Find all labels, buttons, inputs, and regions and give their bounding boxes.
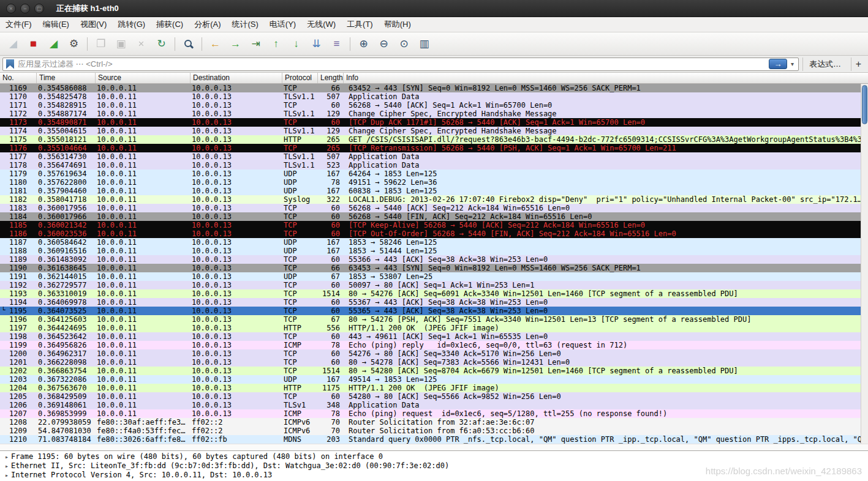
packet-row-1205[interactable]: 12050.36842950910.0.0.1110.0.0.13TCP6054… — [0, 392, 861, 401]
zoom-in-button[interactable]: ⊕ — [354, 35, 373, 53]
packet-row-1184[interactable]: 11840.36001796610.0.0.1110.0.0.13TCP6056… — [0, 212, 861, 221]
packet-row-1172[interactable]: 11720.35488717410.0.0.1110.0.0.13TLSv1.1… — [0, 110, 861, 118]
packet-row-1183[interactable]: 11830.36001795610.0.0.1110.0.0.13TCP6056… — [0, 204, 861, 212]
find-packet-button[interactable] — [179, 35, 198, 53]
packet-row-1208[interactable]: 120822.079938059fe80::30af:aeff:fe3…ff02… — [0, 418, 861, 427]
packet-row-1178[interactable]: 11780.35647469110.0.0.1110.0.0.13TLSv1.1… — [0, 161, 861, 170]
packet-row-1202[interactable]: 12020.36686375410.0.0.1110.0.0.13TCP1514… — [0, 367, 861, 375]
menu-capture[interactable]: 捕获(C) — [151, 17, 189, 32]
go-first-button[interactable]: ↑ — [266, 35, 285, 53]
packet-row-1180[interactable]: 11800.35762280010.0.0.1110.0.0.13UDP7849… — [0, 178, 861, 187]
menu-statistics[interactable]: 统计(S) — [226, 17, 263, 32]
expander-icon[interactable]: ▸ — [2, 461, 11, 471]
column-header-length[interactable]: Length — [318, 73, 344, 83]
save-file-icon: ▣ — [116, 39, 126, 49]
capture-options-button[interactable]: ⚙ — [64, 35, 83, 53]
filter-dropdown-caret-icon[interactable]: ▾ — [791, 61, 795, 67]
column-header-info[interactable]: Info — [344, 73, 868, 83]
packet-row-1210[interactable]: 121071.083748184fe80::3026:6aff:fe8…ff02… — [0, 435, 861, 444]
packet-row-1175[interactable]: 11750.35501812110.0.0.1110.0.0.13HTTP265… — [0, 135, 861, 144]
column-header-no[interactable]: No. — [0, 73, 37, 83]
detail-line-ip[interactable]: ▸Internet Protocol Version 4, Src: 10.0.… — [2, 471, 866, 480]
column-header-protocol[interactable]: Protocol — [282, 73, 318, 83]
auto-scroll-button[interactable]: ⇊ — [307, 35, 326, 53]
column-header-time[interactable]: Time — [37, 73, 96, 83]
packet-row-1199[interactable]: 11990.36495682610.0.0.1110.0.0.13ICMP78E… — [0, 341, 861, 349]
expander-icon[interactable]: ▸ — [2, 471, 11, 480]
packet-row-1171[interactable]: 11710.35482891510.0.0.1110.0.0.13TCP6056… — [0, 101, 861, 110]
menu-file[interactable]: 文件(F) — [0, 17, 37, 32]
go-to-packet-button[interactable]: ⇥ — [246, 35, 265, 53]
colorize-button[interactable]: ≡ — [327, 35, 346, 53]
filter-input[interactable] — [18, 59, 765, 69]
vertical-scrollbar[interactable] — [861, 84, 868, 444]
packet-row-1191[interactable]: 11910.36214401510.0.0.1110.0.0.13UDP6718… — [0, 272, 861, 281]
column-header-destination[interactable]: Destination — [191, 73, 282, 83]
filter-apply-button[interactable]: → — [769, 59, 787, 69]
source-cell: 10.0.0.11 — [96, 358, 191, 367]
expander-icon[interactable]: ▸ — [2, 452, 11, 461]
start-capture-button[interactable]: ◢ — [4, 35, 23, 53]
window-minimize-button[interactable]: − — [20, 4, 30, 13]
packet-row-1186[interactable]: 11860.36002353610.0.0.1110.0.0.13TCP60[T… — [0, 229, 861, 238]
go-forward-button[interactable]: → — [226, 35, 245, 53]
scrollbar-thumb[interactable] — [862, 85, 867, 124]
packet-row-1185[interactable]: 11850.36002134210.0.0.1110.0.0.13TCP60[T… — [0, 221, 861, 229]
window-close-button[interactable]: × — [6, 4, 16, 13]
packet-row-1209[interactable]: 120954.847081030fe80::f4a0:53ff:fec…ff02… — [0, 427, 861, 435]
add-filter-button[interactable]: + — [851, 58, 866, 71]
menu-tools[interactable]: 工具(T) — [341, 17, 379, 32]
menu-edit[interactable]: 编辑(E) — [37, 17, 75, 32]
packet-row-1206[interactable]: 12060.36914806110.0.0.1110.0.0.13TLSv134… — [0, 401, 861, 409]
packet-row-1194[interactable]: 11940.36406997810.0.0.1110.0.0.13TCP6055… — [0, 298, 861, 307]
packet-row-1198[interactable]: 11980.36452364210.0.0.1110.0.0.13TCP6044… — [0, 332, 861, 341]
packet-row-1203[interactable]: 12030.36732208610.0.0.1110.0.0.13UDP1674… — [0, 375, 861, 384]
packet-row-1174[interactable]: 11740.35500461510.0.0.1110.0.0.13TLSv1.1… — [0, 127, 861, 135]
restart-capture-button[interactable]: ◢ — [44, 35, 63, 53]
packet-row-1181[interactable]: 11810.35790446010.0.0.1110.0.0.13UDP1676… — [0, 187, 861, 195]
go-back-button[interactable]: ← — [206, 35, 225, 53]
resize-columns-button[interactable]: ▥ — [415, 35, 434, 53]
pane-splitter[interactable] — [0, 444, 868, 451]
menu-wireless[interactable]: 无线(W) — [301, 17, 341, 32]
window-maximize-button[interactable]: ▢ — [34, 4, 44, 13]
packet-row-1196[interactable]: 11960.36412560310.0.0.1110.0.0.13TCP6780… — [0, 315, 861, 324]
packet-row-1190[interactable]: 11900.36163864510.0.0.1110.0.0.13TCP6663… — [0, 264, 861, 272]
packet-row-1173[interactable]: 11730.35489087110.0.0.1110.0.0.13TCP60[T… — [0, 118, 861, 127]
zoom-out-button[interactable]: ⊖ — [374, 35, 393, 53]
packet-row-1177[interactable]: 11770.35631473010.0.0.1110.0.0.13TLSv1.1… — [0, 152, 861, 161]
detail-line-frame[interactable]: ▸Frame 1195: 60 bytes on wire (480 bits)… — [2, 452, 866, 461]
packet-row-1189[interactable]: 11890.36148309210.0.0.1110.0.0.13TCP6055… — [0, 255, 861, 264]
packet-row-1195[interactable]: 1195└0.36407352510.0.0.1110.0.0.13TCP605… — [0, 307, 861, 315]
packet-row-1192[interactable]: 11920.36272957710.0.0.1110.0.0.13TCP6050… — [0, 281, 861, 289]
menu-analyze[interactable]: 分析(A) — [189, 17, 226, 32]
packet-row-1187[interactable]: 11870.36058464210.0.0.1110.0.0.13UDP1671… — [0, 238, 861, 247]
expression-button[interactable]: 表达式… — [802, 58, 847, 71]
menu-telephony[interactable]: 电话(Y) — [264, 17, 301, 32]
save-file-button[interactable]: ▣ — [111, 35, 130, 53]
packet-row-1176[interactable]: 11760.35510466410.0.0.1110.0.0.13TCP265[… — [0, 144, 861, 152]
detail-line-ethernet[interactable]: ▸Ethernet II, Src: LiteonTe_3f:fb:dd (9c… — [2, 461, 866, 471]
packet-row-1201[interactable]: 12010.36622809810.0.0.1110.0.0.13TCP6080… — [0, 358, 861, 367]
packet-row-1207[interactable]: 12070.36985399910.0.0.1110.0.0.13ICMP78E… — [0, 409, 861, 418]
packet-row-1170[interactable]: 11700.35482547810.0.0.1110.0.0.13TLSv1.1… — [0, 92, 861, 101]
menu-go[interactable]: 跳转(G) — [112, 17, 151, 32]
stop-capture-button[interactable]: ■ — [24, 35, 43, 53]
packet-row-1169[interactable]: 11690.35458608810.0.0.1110.0.0.13TCP6663… — [0, 84, 861, 92]
open-file-button[interactable]: ❐ — [91, 35, 110, 53]
zoom-original-button[interactable]: ⊙ — [394, 35, 413, 53]
menu-help[interactable]: 帮助(H) — [379, 17, 417, 32]
packet-row-1182[interactable]: 11820.35804171810.0.0.1110.0.0.13Syslog3… — [0, 195, 861, 204]
packet-row-1200[interactable]: 12000.36496231710.0.0.1110.0.0.13TCP6054… — [0, 349, 861, 358]
packet-row-1193[interactable]: 11930.36331001910.0.0.1110.0.0.13TCP1514… — [0, 289, 861, 298]
packet-row-1204[interactable]: 12040.36756367010.0.0.1110.0.0.13HTTP117… — [0, 384, 861, 392]
column-header-source[interactable]: Source — [96, 73, 191, 83]
close-file-button[interactable]: × — [132, 35, 151, 53]
menu-view[interactable]: 视图(V) — [75, 17, 112, 32]
go-last-button[interactable]: ↓ — [287, 35, 306, 53]
filter-bookmark-icon[interactable] — [6, 59, 14, 69]
packet-row-1197[interactable]: 11970.36442469510.0.0.1110.0.0.13HTTP556… — [0, 324, 861, 332]
reload-file-button[interactable]: ↻ — [152, 35, 171, 53]
packet-row-1188[interactable]: 11880.36091651610.0.0.1110.0.0.13UDP1671… — [0, 247, 861, 255]
packet-row-1179[interactable]: 11790.35761963410.0.0.1110.0.0.13UDP1676… — [0, 170, 861, 178]
